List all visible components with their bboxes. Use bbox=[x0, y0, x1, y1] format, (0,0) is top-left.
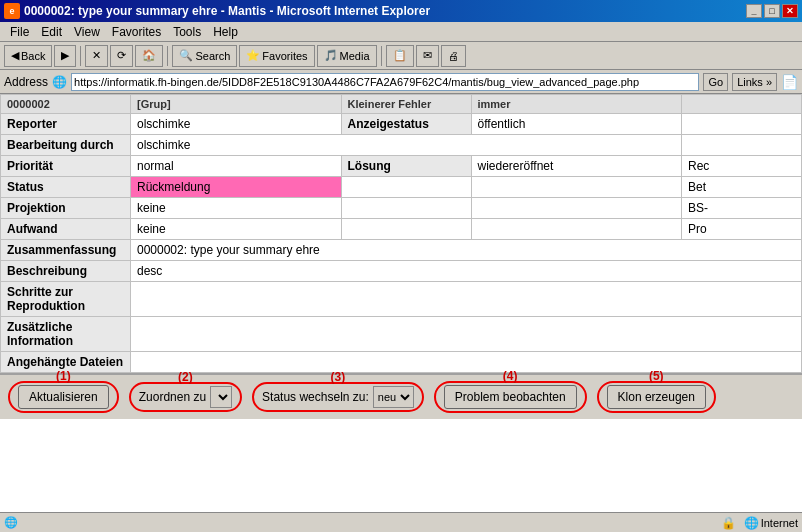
menu-edit[interactable]: Edit bbox=[35, 23, 68, 41]
label-zusammenfassung: Zusammenfassung bbox=[1, 240, 131, 261]
print-button[interactable]: 🖨 bbox=[441, 45, 466, 67]
watch-group: (4) Problem beobachten bbox=[434, 381, 587, 413]
table-row: Bearbeitung durch olschimke bbox=[1, 135, 802, 156]
table-row: Schritte zur Reproduktion bbox=[1, 282, 802, 317]
menu-file[interactable]: File bbox=[4, 23, 35, 41]
address-input[interactable] bbox=[71, 73, 699, 91]
value-proj-empty1 bbox=[341, 198, 471, 219]
assign-number: (2) bbox=[178, 370, 193, 384]
label-status: Status bbox=[1, 177, 131, 198]
value-zusatzliche bbox=[131, 317, 802, 352]
value-projektion: keine bbox=[131, 198, 342, 219]
label-aufwand: Aufwand bbox=[1, 219, 131, 240]
value-beschreibung: desc bbox=[131, 261, 802, 282]
maximize-button[interactable]: □ bbox=[764, 4, 780, 18]
value-reporter: olschimke bbox=[131, 114, 342, 135]
go-button[interactable]: Go bbox=[703, 73, 728, 91]
table-row: Zusammenfassung 0000002: type your summa… bbox=[1, 240, 802, 261]
globe-icon: 🌐 bbox=[744, 516, 759, 530]
close-button[interactable]: ✕ bbox=[782, 4, 798, 18]
back-button[interactable]: ◀ Back bbox=[4, 45, 52, 67]
clone-group: (5) Klon erzeugen bbox=[597, 381, 716, 413]
address-bar: Address 🌐 Go Links » 📄 bbox=[0, 70, 802, 94]
padlock-icon: 🔒 bbox=[721, 516, 736, 530]
toolbar-separator-2 bbox=[167, 46, 168, 66]
table-header-row: 0000002 [Grup] Kleinerer Fehler immer bbox=[1, 95, 802, 114]
media-button[interactable]: 🎵 Media bbox=[317, 45, 377, 67]
update-button[interactable]: Aktualisieren bbox=[18, 385, 109, 409]
value-bearbeitung: olschimke bbox=[131, 135, 682, 156]
value-col5-4: Bet bbox=[682, 177, 802, 198]
status-right: 🔒 🌐 Internet bbox=[721, 516, 798, 530]
status-change-label: Status wechseln zu: bbox=[262, 390, 369, 404]
header-col3: Kleinerer Fehler bbox=[341, 95, 471, 114]
status-icon: 🌐 bbox=[4, 516, 18, 529]
value-aufwand-empty1 bbox=[341, 219, 471, 240]
label-schritte: Schritte zur Reproduktion bbox=[1, 282, 131, 317]
value-schritte bbox=[131, 282, 802, 317]
mail-button[interactable]: ✉ bbox=[416, 45, 439, 67]
value-status: Rückmeldung bbox=[131, 177, 342, 198]
assign-select[interactable] bbox=[210, 386, 232, 408]
label-projektion: Projektion bbox=[1, 198, 131, 219]
value-zusammenfassung: 0000002: type your summary ehre bbox=[131, 240, 802, 261]
assign-label: Zuordnen zu bbox=[139, 390, 206, 404]
table-row: Reporter olschimke Anzeigestatus öffentl… bbox=[1, 114, 802, 135]
clone-number: (5) bbox=[649, 369, 664, 383]
menu-favorites[interactable]: Favorites bbox=[106, 23, 167, 41]
status-number: (3) bbox=[331, 370, 346, 384]
value-angehangte bbox=[131, 352, 802, 373]
table-row: Priorität normal Lösung wiedereröffnet R… bbox=[1, 156, 802, 177]
value-aufwand: keine bbox=[131, 219, 342, 240]
search-button[interactable]: 🔍 Search bbox=[172, 45, 237, 67]
menu-bar: File Edit View Favorites Tools Help bbox=[0, 22, 802, 42]
toolbar-separator-1 bbox=[80, 46, 81, 66]
value-col5-3: Rec bbox=[682, 156, 802, 177]
value-status-empty1 bbox=[341, 177, 471, 198]
menu-tools[interactable]: Tools bbox=[167, 23, 207, 41]
refresh-button[interactable]: ⟳ bbox=[110, 45, 133, 67]
internet-text: Internet bbox=[761, 517, 798, 529]
forward-button[interactable]: ▶ bbox=[54, 45, 76, 67]
value-aufwand-empty2 bbox=[471, 219, 682, 240]
page-icon: 🌐 bbox=[52, 75, 67, 89]
update-number: (1) bbox=[56, 369, 71, 383]
favorites-button[interactable]: ⭐ Favorites bbox=[239, 45, 314, 67]
table-row: Zusätzliche Information bbox=[1, 317, 802, 352]
window-controls[interactable]: _ □ ✕ bbox=[746, 4, 798, 18]
value-status-empty2 bbox=[471, 177, 682, 198]
table-row: Beschreibung desc bbox=[1, 261, 802, 282]
value-losung: wiedereröffnet bbox=[471, 156, 682, 177]
table-row: Status Rückmeldung Bet bbox=[1, 177, 802, 198]
window-title: 0000002: type your summary ehre - Mantis… bbox=[24, 4, 430, 18]
watch-button[interactable]: Problem beobachten bbox=[444, 385, 577, 409]
toolbar-separator-3 bbox=[381, 46, 382, 66]
menu-view[interactable]: View bbox=[68, 23, 106, 41]
label-losung: Lösung bbox=[341, 156, 471, 177]
minimize-button[interactable]: _ bbox=[746, 4, 762, 18]
update-group: (1) Aktualisieren bbox=[8, 381, 119, 413]
header-col1: 0000002 bbox=[1, 95, 131, 114]
table-row: Angehängte Dateien bbox=[1, 352, 802, 373]
home-button[interactable]: 🏠 bbox=[135, 45, 163, 67]
toolbar: ◀ Back ▶ ✕ ⟳ 🏠 🔍 Search ⭐ Favorites 🎵 Me… bbox=[0, 42, 802, 70]
stop-button[interactable]: ✕ bbox=[85, 45, 108, 67]
status-left: 🌐 bbox=[4, 516, 22, 529]
label-bearbeitung: Bearbeitung durch bbox=[1, 135, 131, 156]
watch-number: (4) bbox=[503, 369, 518, 383]
value-col5-5: BS- bbox=[682, 198, 802, 219]
value-proj-empty2 bbox=[471, 198, 682, 219]
value-anzeigestatus: öffentlich bbox=[471, 114, 682, 135]
assign-group: (2) Zuordnen zu bbox=[129, 382, 242, 412]
menu-help[interactable]: Help bbox=[207, 23, 244, 41]
links-button[interactable]: Links » bbox=[732, 73, 777, 91]
value-col5-6: Pro bbox=[682, 219, 802, 240]
main-content: 0000002 [Grup] Kleinerer Fehler immer Re… bbox=[0, 94, 802, 512]
value-prioritat: normal bbox=[131, 156, 342, 177]
value-col5-1 bbox=[682, 114, 802, 135]
clone-button[interactable]: Klon erzeugen bbox=[607, 385, 706, 409]
history-button[interactable]: 📋 bbox=[386, 45, 414, 67]
status-select[interactable]: neu bbox=[373, 386, 414, 408]
header-col4: immer bbox=[471, 95, 682, 114]
action-area: (1) Aktualisieren (2) Zuordnen zu (3) St… bbox=[0, 373, 802, 419]
